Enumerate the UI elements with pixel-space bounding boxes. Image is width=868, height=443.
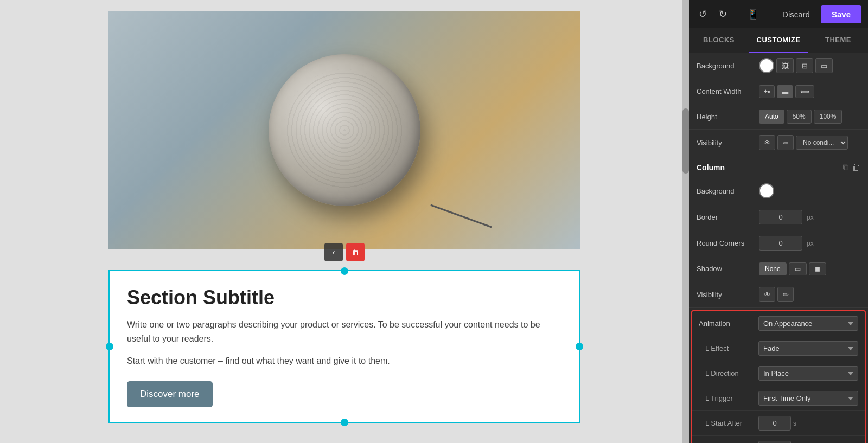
- column-delete-button[interactable]: 🗑: [852, 163, 860, 172]
- height-50-button[interactable]: 50%: [787, 110, 812, 124]
- trigger-select[interactable]: First Time Only: [758, 391, 858, 406]
- height-label: Height: [697, 113, 759, 121]
- save-button[interactable]: Save: [821, 5, 861, 23]
- redo-button[interactable]: ↻: [716, 6, 730, 22]
- visibility-eye-button[interactable]: 👁: [759, 135, 775, 150]
- column-background-controls: [759, 183, 860, 198]
- product-image: [108, 11, 580, 249]
- content-width-controls: +▪ ▬ ⟺: [759, 85, 860, 98]
- undo-button[interactable]: ↺: [695, 6, 710, 22]
- column-color-swatch[interactable]: [759, 183, 774, 198]
- visibility-label: Visibility: [697, 139, 759, 147]
- height-auto-button[interactable]: Auto: [759, 110, 784, 124]
- bg-image-button[interactable]: 🖼: [776, 58, 794, 73]
- column-section-header: Column ⧉ 🗑: [689, 156, 868, 178]
- shadow-dark-button[interactable]: ◼: [809, 262, 826, 275]
- border-row: Border 0 px: [689, 204, 868, 230]
- bottom-resize-handle[interactable]: [341, 419, 348, 426]
- column-copy-button[interactable]: ⧉: [843, 163, 848, 172]
- start-after-row: L Start After 0 s: [692, 411, 865, 436]
- background-label: Background: [697, 62, 759, 70]
- shadow-label: Shadow: [697, 265, 759, 273]
- start-after-label: L Start After: [699, 419, 758, 427]
- round-corners-input[interactable]: 0: [759, 236, 802, 251]
- bg-slideshow-button[interactable]: ⊞: [796, 58, 813, 73]
- tab-blocks[interactable]: BLOCKS: [689, 28, 749, 53]
- duration-input[interactable]: 1: [758, 441, 791, 443]
- panel-content: Background 🖼 ⊞ ▭ Content Width +▪ ▬ ⟺: [689, 53, 868, 443]
- content-width-label: Content Width: [697, 87, 759, 95]
- height-row: Height Auto 50% 100%: [689, 104, 868, 130]
- animation-select[interactable]: On Appearance: [758, 316, 858, 331]
- shadow-light-button[interactable]: ▭: [789, 262, 807, 275]
- top-resize-handle[interactable]: [341, 267, 348, 275]
- direction-label: L Direction: [699, 369, 758, 377]
- content-width-row: Content Width +▪ ▬ ⟺: [689, 79, 868, 104]
- discard-button[interactable]: Discard: [776, 7, 816, 22]
- visibility2-eye-button[interactable]: 👁: [759, 287, 775, 302]
- background-color-swatch[interactable]: [759, 58, 774, 73]
- background-row: Background 🖼 ⊞ ▭: [689, 53, 868, 79]
- right-resize-handle[interactable]: [576, 343, 583, 350]
- visibility-row: Visibility 👁 ✏ No condi...: [689, 130, 868, 156]
- image-block: ‹ 🗑: [108, 11, 580, 249]
- animation-row: Animation On Appearance: [692, 311, 865, 336]
- top-toolbar: ↺ ↻ 📱 Discard Save: [689, 0, 868, 28]
- column-background-label: Background: [697, 187, 759, 195]
- shadow-none-button[interactable]: None: [759, 262, 787, 275]
- visibility2-controls: 👁 ✏: [759, 287, 860, 302]
- effect-select[interactable]: Fade: [758, 341, 858, 356]
- duration-row: L Duration 1 s: [692, 436, 865, 443]
- bg-video-button[interactable]: ▭: [815, 58, 833, 73]
- text-block: Section Subtitle Write one or two paragr…: [108, 270, 580, 423]
- round-corners-label: Round Corners: [697, 239, 759, 247]
- animation-label: Animation: [699, 319, 758, 328]
- scrollbar-thumb[interactable]: [682, 108, 689, 174]
- device-icon: 📱: [747, 8, 759, 20]
- visibility2-edit-button[interactable]: ✏: [777, 287, 794, 302]
- shadow-controls: None ▭ ◼: [759, 262, 860, 275]
- visibility-condition-select[interactable]: No condi...: [796, 136, 848, 150]
- effect-label: L Effect: [699, 344, 758, 352]
- delete-button[interactable]: 🗑: [346, 243, 365, 261]
- column-section-actions: ⧉ 🗑: [843, 163, 860, 172]
- toolbar-right: Discard Save: [776, 5, 861, 23]
- scrollbar[interactable]: [682, 0, 689, 443]
- round-corners-controls: 0 px: [759, 236, 860, 251]
- discover-more-button[interactable]: Discover more: [127, 381, 213, 407]
- start-after-unit: s: [793, 420, 796, 427]
- direction-select[interactable]: In Place: [758, 366, 858, 381]
- section-body-2: Start with the customer – find out what …: [127, 354, 562, 368]
- width-mid-button[interactable]: ▬: [777, 85, 793, 98]
- toolbar-left: ↺ ↻: [695, 6, 730, 22]
- column-section-title: Column: [697, 163, 725, 172]
- visibility2-row: Visibility 👁 ✏: [689, 281, 868, 308]
- image-controls: ‹ 🗑: [324, 243, 365, 261]
- tab-customize[interactable]: CUSTOMIZE: [749, 28, 808, 53]
- effect-row: L Effect Fade: [692, 336, 865, 361]
- right-panel: ↺ ↻ 📱 Discard Save BLOCKS CUSTOMIZE THEM…: [689, 0, 868, 443]
- background-controls: 🖼 ⊞ ▭: [759, 58, 860, 73]
- direction-row: L Direction In Place: [692, 361, 865, 386]
- trigger-row: L Trigger First Time Only: [692, 386, 865, 411]
- shadow-row: Shadow None ▭ ◼: [689, 256, 868, 281]
- start-after-input[interactable]: 0: [758, 416, 791, 431]
- height-100-button[interactable]: 100%: [814, 110, 843, 124]
- width-plus-button[interactable]: +▪: [759, 85, 775, 98]
- visibility2-label: Visibility: [697, 291, 759, 299]
- animation-section: Animation On Appearance L Effect Fade L …: [691, 310, 866, 443]
- height-controls: Auto 50% 100%: [759, 110, 860, 124]
- prev-button[interactable]: ‹: [324, 243, 343, 261]
- border-controls: 0 px: [759, 210, 860, 224]
- width-full-button[interactable]: ⟺: [795, 85, 814, 98]
- trigger-label: L Trigger: [699, 394, 758, 402]
- section-body-1: Write one or two paragraphs describing y…: [127, 318, 562, 345]
- left-resize-handle[interactable]: [106, 343, 113, 350]
- border-unit: px: [807, 214, 814, 221]
- visibility-edit-button[interactable]: ✏: [777, 135, 794, 150]
- round-corners-unit: px: [807, 240, 814, 247]
- border-input[interactable]: 0: [759, 210, 802, 224]
- tab-theme[interactable]: THEME: [808, 28, 868, 53]
- canvas-area: ‹ 🗑 Section Subtitle Write one or two pa…: [0, 0, 689, 443]
- visibility-controls: 👁 ✏ No condi...: [759, 135, 860, 150]
